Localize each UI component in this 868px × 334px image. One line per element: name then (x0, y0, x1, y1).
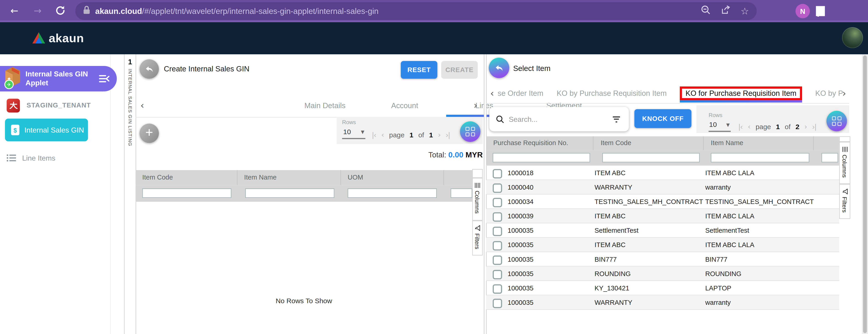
filter-input-uom[interactable] (348, 189, 437, 198)
filter-input-item-name[interactable] (711, 153, 809, 162)
module-label: Internal Sales GIN (24, 126, 84, 134)
rows-per-page-select[interactable]: 10 (343, 128, 351, 136)
prev-page-icon[interactable]: ‹ (381, 131, 384, 139)
select-columns-tab[interactable]: Columns (839, 142, 850, 184)
first-page-icon[interactable]: |‹ (739, 122, 743, 131)
listing-vertical-tab[interactable]: 1 INTERNAL SALES GIN LISTING (124, 54, 136, 334)
table-row[interactable]: 1000035BIN777BIN777 (486, 252, 839, 267)
plus-icon: + (145, 126, 153, 139)
filter-input-item-code[interactable] (142, 189, 231, 198)
row-checkbox[interactable] (493, 241, 502, 250)
browser-reload-icon[interactable] (55, 5, 66, 18)
select-tabs-scroll-right-icon[interactable]: › (840, 83, 848, 103)
zoom-out-icon[interactable] (701, 5, 711, 17)
cell-item-name: ROUNDING (705, 270, 742, 278)
create-button[interactable]: CREATE (441, 61, 478, 79)
select-rows-caret-icon[interactable]: ▼ (726, 122, 730, 128)
cell-pr-no: 1000035 (508, 255, 533, 263)
filter-input-item-code[interactable] (602, 153, 700, 162)
cell-item-code: ITEM ABC (594, 212, 625, 220)
reset-button[interactable]: RESET (401, 61, 437, 79)
browser-profile-avatar[interactable]: N (796, 4, 810, 18)
browser-menu-icon[interactable] (817, 7, 819, 17)
select-tab-ko-by-p[interactable]: KO by P (815, 89, 843, 97)
row-checkbox[interactable] (493, 198, 502, 207)
select-column-layout-button[interactable] (827, 111, 847, 132)
main-tab-account[interactable]: Account (365, 94, 444, 117)
tenant-icon (7, 98, 20, 112)
sidebar-item-internal-sales-gin[interactable]: $ Internal Sales GIN (5, 119, 88, 141)
scrollbar-thumb[interactable] (863, 55, 867, 333)
main-filters-tab[interactable]: Filters (472, 221, 483, 255)
grid-icon (832, 117, 841, 126)
filter-input-4[interactable] (822, 153, 838, 162)
total-pages: 2 (796, 123, 799, 131)
page-word: page (756, 123, 771, 131)
main-columns-tab[interactable]: Columns (472, 178, 483, 221)
search-box[interactable]: Search... (489, 107, 629, 132)
row-checkbox[interactable] (493, 184, 502, 193)
cell-item-code: WARRANTY (594, 184, 632, 191)
browser-back-icon[interactable]: ← (8, 4, 21, 17)
app-header (0, 22, 868, 54)
table-row[interactable]: 1000035ROUNDINGROUNDING (486, 267, 839, 281)
row-checkbox[interactable] (493, 169, 502, 178)
filter-input-item-name[interactable] (245, 189, 334, 198)
table-row[interactable]: 1000040WARRANTYwarranty (486, 180, 839, 194)
filter-input-pr-no[interactable] (493, 153, 590, 162)
column-layout-button[interactable] (460, 121, 480, 142)
user-avatar[interactable] (842, 27, 863, 48)
cell-pr-no: 1000035 (508, 241, 533, 249)
select-item-back-button[interactable] (489, 58, 509, 78)
first-page-icon[interactable]: |‹ (372, 131, 376, 139)
sidebar-collapse-button[interactable] (91, 66, 117, 91)
share-icon[interactable] (720, 5, 731, 17)
table-row[interactable]: 1000035ITEM ABCITEM ABC LALA (486, 238, 839, 252)
row-checkbox[interactable] (493, 270, 502, 279)
tenant-row[interactable]: STAGING_TENANT (0, 98, 110, 113)
tab-scroll-right-icon[interactable]: › (470, 94, 481, 117)
prev-page-icon[interactable]: ‹ (748, 122, 751, 131)
table-row[interactable]: 1000034TESTING_SALES_MH_CONTRACTTESTING_… (486, 195, 839, 209)
row-checkbox[interactable] (493, 299, 502, 308)
main-tab-main-details[interactable]: Main Details (285, 94, 365, 117)
filter-input-4[interactable] (451, 189, 472, 198)
row-checkbox[interactable] (493, 284, 502, 294)
select-tabs-scroll-left-icon[interactable]: ‹ (488, 83, 496, 103)
rows-caret-icon[interactable]: ▼ (361, 130, 364, 135)
last-page-icon[interactable]: ›| (812, 122, 816, 131)
bookmark-star-icon[interactable]: ☆ (741, 5, 749, 17)
add-line-button[interactable]: + (140, 124, 159, 143)
rows-select-underline (342, 138, 365, 139)
row-checkbox[interactable] (493, 255, 502, 265)
select-tab-ko-by-purchase-requisition-item[interactable]: KO by Purchase Requisition Item (557, 89, 667, 97)
back-button[interactable] (140, 59, 159, 79)
knock-off-button[interactable]: KNOCK OFF (634, 109, 691, 128)
table-row[interactable]: 1000035SettlementTestSettlementTest (486, 223, 839, 238)
select-tab-ko-for-purchase-requisition-item-annotated[interactable]: KO for Purchase Requisition Item (680, 86, 802, 100)
next-page-icon[interactable]: › (438, 131, 441, 139)
row-checkbox[interactable] (493, 212, 502, 222)
row-checkbox[interactable] (493, 227, 502, 236)
table-row[interactable]: 1000035WARRANTYwarranty (486, 296, 839, 310)
tab-scroll-left-icon[interactable]: ‹ (137, 94, 147, 117)
cell-item-code: ROUNDING (594, 270, 631, 278)
address-bar[interactable]: akaun.cloud/#/applet/tnt/wavelet/erp/int… (75, 2, 756, 20)
select-tab-se-order-item[interactable]: se Order Item (498, 89, 543, 97)
table-row[interactable]: 1000035KY_130421LAPTOP (486, 281, 839, 296)
sidebar-item-line-items[interactable]: Line Items (0, 151, 110, 165)
browser-forward-icon[interactable]: → (31, 4, 44, 17)
select-col-header-item-name: Item Name (704, 136, 814, 150)
applet-banner: ✈ Internal Sales GINApplet (0, 66, 103, 91)
select-filters-tab[interactable]: Filters (839, 184, 850, 219)
page-scrollbar[interactable] (862, 54, 868, 334)
filter-list-icon[interactable] (613, 116, 620, 122)
cell-item-name: warranty (705, 184, 731, 191)
table-row[interactable]: 1000039ITEM ABCITEM ABC LALA (486, 209, 839, 223)
table-row[interactable]: 1000018ITEM ABCITEM ABC LALA (486, 166, 839, 180)
empty-table-message: No Rows To Show (135, 297, 472, 305)
next-page-icon[interactable]: › (804, 122, 807, 131)
last-page-icon[interactable]: ›| (446, 131, 450, 139)
select-rows-select[interactable]: 10 (709, 121, 717, 129)
document-dollar-icon: $ (11, 125, 19, 135)
